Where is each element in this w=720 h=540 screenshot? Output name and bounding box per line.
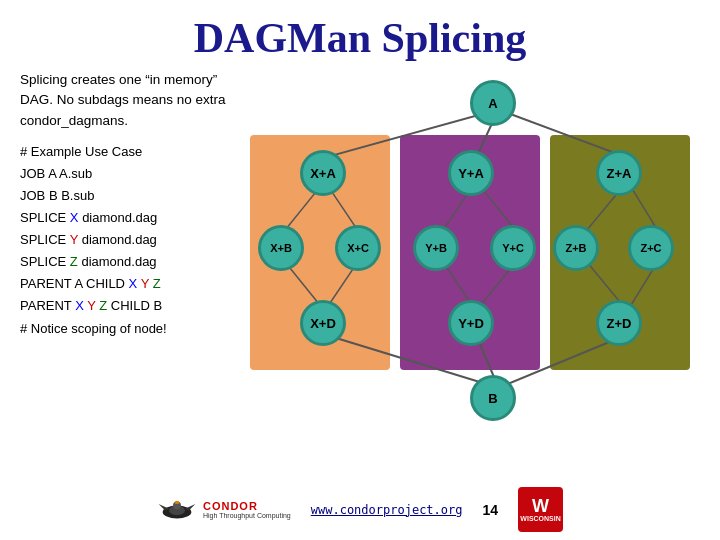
footer-url[interactable]: www.condorproject.org	[311, 503, 463, 517]
svg-line-2	[499, 110, 628, 158]
code-line-8: PARENT X Y Z CHILD B	[20, 295, 240, 317]
node-XpB: X+B	[258, 225, 304, 271]
node-ZpD: Z+D	[596, 300, 642, 346]
code-line-4: SPLICE X diamond.dag	[20, 207, 240, 229]
node-ZpA: Z+A	[596, 150, 642, 196]
intro-text: Splicing creates one “in memory” DAG. No…	[20, 70, 240, 131]
page-title: DAGMan Splicing	[20, 14, 700, 62]
node-YpD: Y+D	[448, 300, 494, 346]
footer: CONDOR High Throughput Computing www.con…	[0, 487, 720, 532]
node-XpA: X+A	[300, 150, 346, 196]
node-A: A	[470, 80, 516, 126]
code-line-7: PARENT A CHILD X Y Z	[20, 273, 240, 295]
condor-bird-icon	[157, 496, 197, 524]
page-number: 14	[482, 502, 498, 518]
code-line-9: # Notice scoping of node!	[20, 318, 240, 340]
node-B: B	[470, 375, 516, 421]
left-text: Splicing creates one “in memory” DAG. No…	[20, 70, 240, 460]
code-line-3: JOB B B.sub	[20, 185, 240, 207]
node-YpA: Y+A	[448, 150, 494, 196]
svg-point-23	[175, 500, 180, 503]
code-line-5: SPLICE Y diamond.dag	[20, 229, 240, 251]
code-line-2: JOB A A.sub	[20, 163, 240, 185]
code-block: # Example Use Case JOB A A.sub JOB B B.s…	[20, 141, 240, 340]
content-area: Splicing creates one “in memory” DAG. No…	[20, 70, 700, 460]
node-XpD: X+D	[300, 300, 346, 346]
node-XpC: X+C	[335, 225, 381, 271]
page: DAGMan Splicing Splicing creates one “in…	[0, 0, 720, 540]
node-YpB: Y+B	[413, 225, 459, 271]
node-YpC: Y+C	[490, 225, 536, 271]
condor-logo: CONDOR High Throughput Computing	[157, 496, 291, 524]
wisc-logo: W WISCONSIN	[518, 487, 563, 532]
code-line-6: SPLICE Z diamond.dag	[20, 251, 240, 273]
node-ZpB: Z+B	[553, 225, 599, 271]
condor-text: CONDOR High Throughput Computing	[203, 500, 291, 519]
diagram-area: A X+A Y+A Z+A X+B X+C Y+B Y+C Z+B Z+C X+…	[250, 70, 700, 460]
code-line-1: # Example Use Case	[20, 141, 240, 163]
node-ZpC: Z+C	[628, 225, 674, 271]
